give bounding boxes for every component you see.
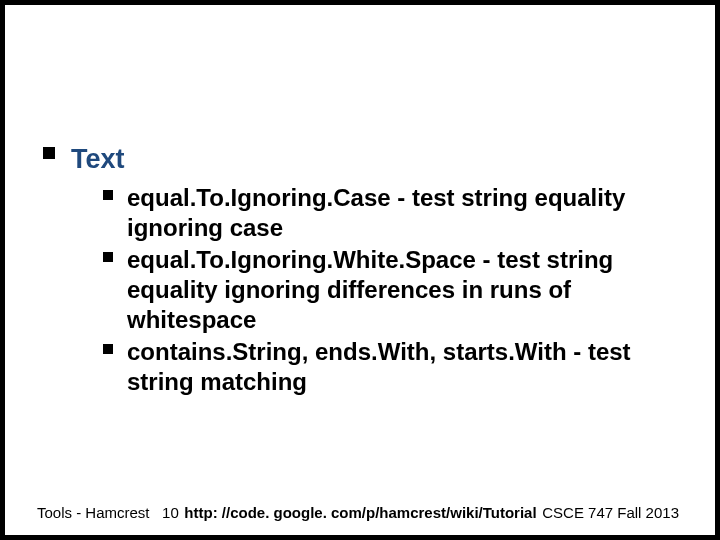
square-bullet-icon — [103, 344, 113, 354]
list-item: equal.To.Ignoring.Case - test string equ… — [103, 183, 675, 243]
footer-right: CSCE 747 Fall 2013 — [542, 504, 679, 521]
list-item-text: equal.To.Ignoring.Case - test string equ… — [127, 183, 675, 243]
list-item: contains.String, ends.With, starts.With … — [103, 337, 675, 397]
square-bullet-icon — [103, 252, 113, 262]
footer-label: Tools - Hamcrest — [37, 504, 150, 521]
footer-left: Tools - Hamcrest 10 — [37, 504, 179, 521]
footer-url: http: //code. google. com/p/hamcrest/wik… — [179, 504, 543, 521]
list-item: equal.To.Ignoring.White.Space - test str… — [103, 245, 675, 335]
footer: Tools - Hamcrest 10 http: //code. google… — [5, 504, 715, 521]
list-item-text: contains.String, ends.With, starts.With … — [127, 337, 675, 397]
page-number: 10 — [162, 504, 179, 521]
content-area: Text equal.To.Ignoring.Case - test strin… — [43, 143, 675, 399]
square-bullet-icon — [43, 147, 55, 159]
list-item-text: equal.To.Ignoring.White.Space - test str… — [127, 245, 675, 335]
heading-item: Text — [43, 143, 675, 175]
slide: Text equal.To.Ignoring.Case - test strin… — [5, 5, 715, 535]
square-bullet-icon — [103, 190, 113, 200]
sub-list: equal.To.Ignoring.Case - test string equ… — [103, 183, 675, 397]
heading-text: Text — [71, 143, 675, 175]
